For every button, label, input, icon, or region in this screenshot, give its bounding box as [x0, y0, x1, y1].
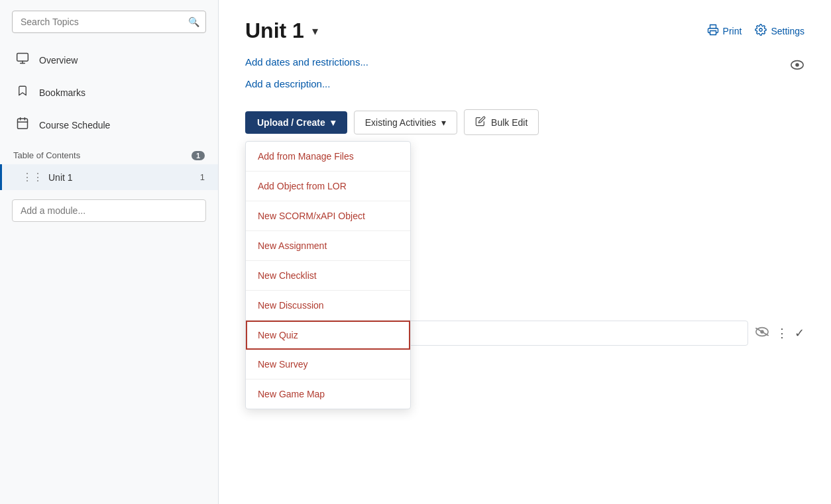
print-button[interactable]: Print: [707, 24, 742, 38]
upload-create-chevron-icon: ▾: [331, 117, 335, 128]
dropdown-item-new-game-map[interactable]: New Game Map: [246, 379, 410, 409]
dropdown-item-new-scorm-label: New SCORM/xAPI Object: [258, 211, 365, 221]
add-module-input[interactable]: [12, 199, 206, 222]
dropdown-item-new-assignment[interactable]: New Assignment: [246, 231, 410, 261]
content-eye-button[interactable]: [755, 327, 769, 340]
settings-button[interactable]: Settings: [755, 24, 804, 38]
add-dates-link[interactable]: Add dates and restrictions...: [245, 56, 368, 68]
visibility-toggle-button[interactable]: [790, 58, 804, 74]
existing-activities-button[interactable]: Existing Activities ▾: [354, 111, 457, 134]
svg-point-10: [795, 63, 799, 67]
sidebar-item-bookmarks[interactable]: Bookmarks: [0, 76, 218, 109]
dropdown-item-new-survey-label: New Survey: [258, 359, 307, 370]
content-check-icon[interactable]: ✓: [795, 326, 804, 340]
print-label: Print: [723, 26, 742, 36]
sidebar-item-bookmarks-label: Bookmarks: [39, 87, 85, 98]
sidebar-item-course-schedule-label: Course Schedule: [39, 120, 110, 130]
dropdown-item-new-quiz-label: New Quiz: [258, 330, 298, 340]
dropdown-item-new-checklist-label: New Checklist: [258, 270, 317, 281]
search-input[interactable]: [12, 11, 206, 33]
main-content: Unit 1 ▾ Print Settings: [219, 0, 831, 504]
dropdown-item-new-discussion[interactable]: New Discussion: [246, 291, 410, 321]
title-dropdown-button[interactable]: ▾: [309, 21, 321, 41]
main-header: Unit 1 ▾ Print Settings: [245, 19, 804, 43]
upload-create-label: Upload / Create: [257, 117, 325, 128]
bulk-edit-pencil-icon: [475, 116, 486, 128]
dropdown-item-new-game-map-label: New Game Map: [258, 389, 325, 399]
svg-rect-7: [710, 30, 716, 34]
existing-activities-label: Existing Activities: [365, 117, 436, 128]
bookmark-icon: [15, 84, 30, 101]
content-more-icon[interactable]: ⋮: [776, 326, 788, 340]
chevron-down-icon: ▾: [312, 25, 318, 38]
toc-label: Table of Contents: [13, 150, 80, 160]
print-icon: [707, 24, 719, 38]
page-title-wrap: Unit 1 ▾: [245, 19, 321, 43]
dropdown-item-add-object-lor[interactable]: Add Object from LOR: [246, 172, 410, 201]
bulk-edit-label: Bulk Edit: [491, 117, 527, 128]
dropdown-item-add-manage-files-label: Add from Manage Files: [258, 151, 354, 162]
toc-item-unit1[interactable]: ⋮⋮ Unit 1 1: [0, 164, 218, 190]
dropdown-item-new-quiz[interactable]: New Quiz: [246, 321, 410, 350]
dropdown-item-new-assignment-label: New Assignment: [258, 240, 327, 251]
page-title: Unit 1: [245, 19, 304, 43]
toolbar: Upload / Create ▾ Existing Activities ▾ …: [245, 109, 804, 135]
calendar-icon: [15, 117, 30, 133]
dropdown-item-add-object-lor-label: Add Object from LOR: [258, 181, 347, 191]
dropdown-item-new-survey[interactable]: New Survey: [246, 350, 410, 379]
header-actions: Print Settings: [707, 24, 804, 38]
sidebar-item-course-schedule[interactable]: Course Schedule: [0, 109, 218, 141]
upload-create-dropdown: Add from Manage Files Add Object from LO…: [245, 141, 411, 409]
toc-badge: 1: [192, 151, 205, 160]
search-bar: 🔍: [12, 11, 206, 33]
dropdown-item-new-discussion-label: New Discussion: [258, 300, 324, 311]
sidebar-nav: Overview Bookmarks Course Schedule: [0, 44, 218, 141]
existing-activities-chevron-icon: ▾: [441, 117, 446, 128]
svg-rect-3: [18, 119, 28, 128]
add-module-field: [12, 199, 206, 222]
svg-point-8: [759, 28, 763, 31]
dropdown-item-add-manage-files[interactable]: Add from Manage Files: [246, 142, 410, 172]
bulk-edit-button[interactable]: Bulk Edit: [464, 109, 539, 135]
sidebar: 🔍 Overview Bookmarks: [0, 0, 219, 504]
toc-item-unit1-count: 1: [200, 172, 205, 182]
dropdown-scroll-area: Add from Manage Files Add Object from LO…: [246, 142, 410, 409]
upload-create-button[interactable]: Upload / Create ▾: [245, 111, 347, 134]
svg-rect-0: [17, 54, 28, 62]
toc-item-dots-icon: ⋮⋮: [22, 171, 43, 183]
dropdown-item-new-checklist[interactable]: New Checklist: [246, 261, 410, 291]
add-description-link[interactable]: Add a description...: [245, 78, 804, 89]
toc-item-unit1-label: Unit 1: [48, 172, 73, 183]
settings-icon: [755, 24, 767, 38]
dropdown-item-new-scorm[interactable]: New SCORM/xAPI Object: [246, 201, 410, 231]
settings-label: Settings: [771, 26, 804, 36]
sidebar-item-overview[interactable]: Overview: [0, 44, 218, 76]
sidebar-item-overview-label: Overview: [39, 55, 78, 66]
overview-icon: [15, 52, 30, 68]
toc-section-header: Table of Contents 1: [0, 141, 218, 164]
